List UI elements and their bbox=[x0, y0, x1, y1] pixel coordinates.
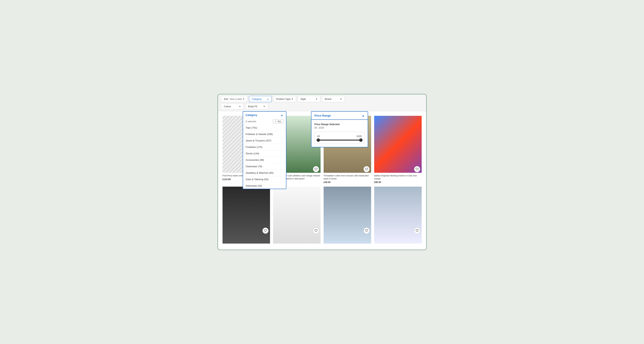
category-panel-title: Category bbox=[246, 113, 257, 117]
style-label: Style bbox=[300, 98, 306, 100]
checkmark-icon bbox=[274, 120, 277, 123]
selected-count: 0 selected bbox=[246, 120, 256, 123]
product-card bbox=[221, 185, 272, 247]
price-range-value: £0 - £320 bbox=[314, 126, 365, 129]
product-name: Threadbare cotton linen trousers with el… bbox=[324, 174, 371, 180]
price-range-header[interactable]: Price Range bbox=[311, 111, 368, 120]
main-container: Sort New in date Category Product Type S… bbox=[218, 94, 426, 250]
style-dropdown[interactable]: Style bbox=[298, 96, 320, 102]
category-item[interactable]: Jeans & Trousers (207) bbox=[243, 137, 286, 144]
price-range-panel: Price Range Price Range Selected £0 - £3… bbox=[311, 111, 368, 147]
all-button-label: ALL bbox=[278, 120, 282, 123]
price-range-body: Price Range Selected £0 - £320 £0 £320 bbox=[311, 120, 368, 147]
colour-label: Colour bbox=[224, 105, 231, 108]
slider-max-label: £320 bbox=[357, 135, 362, 138]
category-label: Category bbox=[252, 98, 262, 100]
product-type-dropdown[interactable]: Product Type bbox=[273, 96, 296, 102]
product-card bbox=[272, 185, 322, 247]
filter-row-1: Sort New in date Category Product Type S… bbox=[221, 96, 423, 102]
filter-row-2: Colour Body Fit bbox=[221, 103, 423, 109]
slider-labels: £0 £320 bbox=[317, 135, 362, 138]
wishlist-button[interactable] bbox=[313, 166, 319, 172]
product-card: adidas Originals Hamburg trainers in blu… bbox=[373, 114, 423, 185]
product-image bbox=[374, 187, 422, 244]
category-panel-header: Category bbox=[243, 111, 286, 118]
category-item[interactable]: Suits & Tailoring (53) bbox=[243, 176, 286, 183]
slider-thumb-max[interactable] bbox=[359, 138, 362, 142]
category-item[interactable]: Outerwear (76) bbox=[243, 163, 286, 170]
product-image bbox=[273, 187, 320, 244]
wishlist-button[interactable] bbox=[414, 228, 420, 234]
body-fit-label: Body Fit bbox=[248, 105, 257, 108]
product-image bbox=[222, 187, 270, 244]
product-name: adidas Originals Hamburg trainers in blu… bbox=[374, 174, 422, 180]
category-list: Tops (741)Knitwear & Sweats (209)Jeans &… bbox=[243, 125, 286, 189]
product-image bbox=[324, 187, 371, 244]
brand-chevron-down-icon bbox=[340, 98, 342, 100]
category-panel-chevron-up-icon[interactable] bbox=[281, 113, 283, 117]
category-item[interactable]: Knitwear & Sweats (209) bbox=[243, 131, 286, 137]
sort-label: Sort bbox=[224, 98, 228, 100]
sort-dropdown[interactable]: Sort New in date bbox=[221, 96, 248, 102]
brand-dropdown[interactable]: Brand bbox=[322, 96, 345, 102]
product-image bbox=[374, 116, 422, 173]
price-range-selected-label: Price Range Selected bbox=[314, 123, 365, 126]
sort-chevron-down-icon bbox=[243, 98, 244, 100]
slider-min-label: £0 bbox=[317, 135, 320, 138]
body-fit-chevron-down-icon bbox=[264, 105, 265, 107]
category-dropdown-trigger[interactable]: Category bbox=[249, 96, 272, 102]
category-item[interactable]: Footwear (175) bbox=[243, 144, 286, 150]
slider-fill bbox=[317, 140, 362, 141]
colour-chevron-down-icon bbox=[239, 105, 241, 107]
category-item[interactable]: Jewellery & Watches (65) bbox=[243, 170, 286, 176]
product-type-chevron-down-icon bbox=[291, 98, 293, 100]
body-fit-dropdown[interactable]: Body Fit bbox=[245, 103, 268, 109]
product-price: £90.00 bbox=[374, 181, 422, 184]
wishlist-button[interactable] bbox=[262, 228, 268, 234]
category-chevron-up-icon bbox=[267, 98, 269, 100]
category-item[interactable]: Shorts (144) bbox=[243, 150, 286, 157]
category-dropdown-panel: Category 0 selected ALL Tops (741)Knitwe… bbox=[243, 111, 286, 189]
brand-label: Brand bbox=[325, 98, 332, 100]
category-dropdown-wrapper: Category bbox=[249, 96, 272, 102]
category-subrow: 0 selected ALL bbox=[243, 118, 286, 125]
category-item[interactable]: Swimwear (42) bbox=[243, 183, 286, 189]
wishlist-button[interactable] bbox=[313, 228, 319, 234]
product-card bbox=[322, 185, 373, 247]
category-item[interactable]: Accessories (99) bbox=[243, 157, 286, 163]
slider-thumb-min[interactable] bbox=[316, 138, 320, 142]
wishlist-button[interactable] bbox=[364, 166, 370, 172]
wishlist-button[interactable] bbox=[414, 166, 420, 172]
wishlist-button[interactable] bbox=[364, 228, 370, 234]
product-type-label: Product Type bbox=[276, 98, 290, 100]
price-range-slider-container: £0 £320 bbox=[314, 132, 365, 144]
colour-dropdown[interactable]: Colour bbox=[221, 103, 244, 109]
category-item[interactable]: Tops (741) bbox=[243, 125, 286, 131]
product-card bbox=[373, 185, 423, 247]
sort-value: New in date bbox=[230, 98, 242, 100]
filter-bar: Sort New in date Category Product Type S… bbox=[218, 94, 426, 111]
product-price: £28.00 bbox=[324, 181, 371, 184]
all-button[interactable]: ALL bbox=[273, 120, 283, 123]
style-chevron-down-icon bbox=[316, 98, 318, 100]
price-range-title: Price Range bbox=[314, 114, 331, 117]
price-range-slider[interactable] bbox=[317, 140, 362, 141]
price-range-chevron-up-icon bbox=[362, 114, 365, 117]
